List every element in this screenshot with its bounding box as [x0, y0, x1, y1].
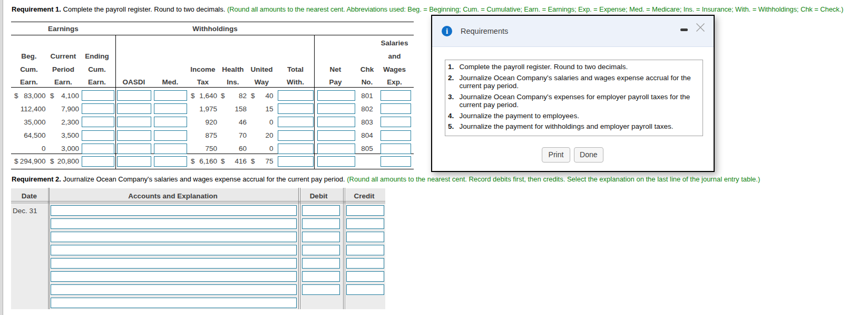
svg-text:i: i	[445, 27, 447, 35]
